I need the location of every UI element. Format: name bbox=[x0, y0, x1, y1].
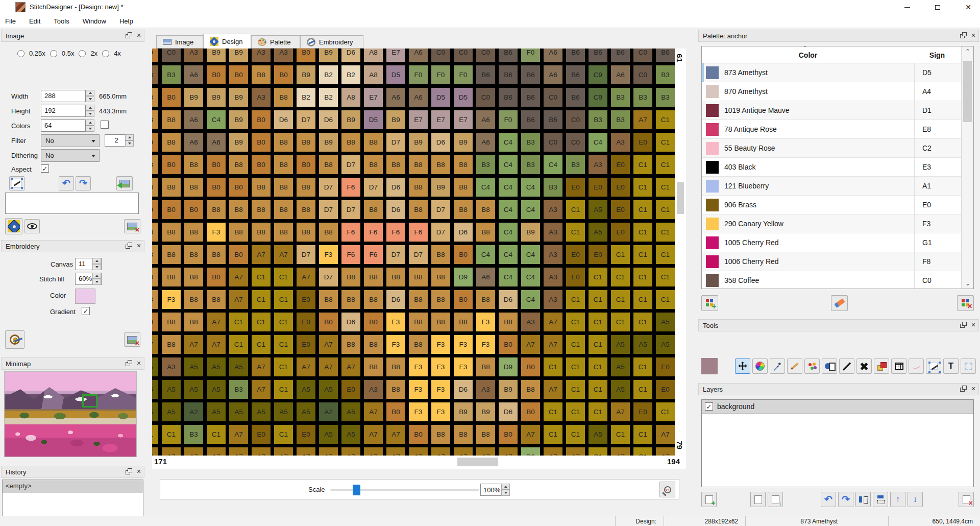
grid-cell[interactable]: D7 bbox=[341, 200, 360, 219]
grid-cell[interactable]: B8 bbox=[409, 268, 428, 286]
scale-spinner[interactable] bbox=[501, 484, 510, 496]
grid-cell[interactable]: C1 bbox=[274, 425, 293, 444]
grid-cell[interactable]: B8 bbox=[184, 223, 203, 242]
grid-cell[interactable]: A7 bbox=[297, 357, 315, 376]
grid-cell[interactable]: A5 bbox=[229, 402, 248, 421]
grid-cell[interactable]: A3 bbox=[274, 49, 293, 62]
scroll-down-icon[interactable]: ⌄ bbox=[962, 278, 974, 289]
grid-cell[interactable]: B6 bbox=[611, 49, 630, 62]
sign-column-header[interactable]: Sign bbox=[914, 51, 960, 59]
grid-cell[interactable]: B8 bbox=[454, 200, 473, 219]
grid-cell[interactable]: B8 bbox=[297, 200, 315, 219]
tab-design[interactable]: Design bbox=[203, 34, 251, 49]
zoom-reset-button[interactable] bbox=[659, 482, 675, 497]
grid-cell[interactable]: C1 bbox=[656, 110, 675, 129]
palette-row[interactable]: 358 CoffeeC0 bbox=[702, 271, 973, 289]
grid-cell[interactable]: A6 bbox=[476, 268, 495, 286]
grid-cell[interactable]: C1 bbox=[589, 290, 607, 309]
remove-image-button[interactable]: × bbox=[124, 219, 140, 233]
layer-row-background[interactable]: ✓ background bbox=[702, 400, 973, 414]
grid-cell[interactable]: A7 bbox=[364, 447, 383, 456]
grid-cell[interactable]: B6 bbox=[589, 49, 607, 62]
grid-cell[interactable]: C1 bbox=[633, 425, 652, 444]
grid-cell[interactable]: A3 bbox=[611, 133, 630, 152]
grid-cell[interactable]: B8 bbox=[184, 178, 203, 197]
grid-cell[interactable]: F3 bbox=[431, 357, 450, 376]
restore-button[interactable] bbox=[926, 0, 949, 14]
horizontal-scroll-thumb[interactable] bbox=[457, 458, 498, 466]
grid-cell[interactable]: F0 bbox=[521, 49, 540, 62]
grid-cell[interactable]: D7 bbox=[297, 245, 315, 264]
grid-cell[interactable]: B8 bbox=[297, 223, 315, 242]
aspect-checkbox[interactable]: ✓ bbox=[41, 164, 49, 173]
grid-cell[interactable]: C0 bbox=[454, 49, 473, 62]
layer-visible-checkbox[interactable]: ✓ bbox=[705, 402, 713, 411]
menu-window[interactable]: Window bbox=[83, 17, 106, 25]
grid-cell[interactable]: B8 bbox=[252, 200, 271, 219]
grid-cell[interactable]: A7 bbox=[364, 425, 383, 444]
grid-cell[interactable]: F0 bbox=[431, 65, 450, 84]
grid-cell[interactable]: B0 bbox=[252, 110, 271, 129]
grid-cell[interactable]: A7 bbox=[229, 290, 248, 309]
grid-cell[interactable]: C4 bbox=[207, 110, 226, 129]
grid-cell[interactable]: B0 bbox=[252, 133, 271, 152]
grid-cell[interactable]: C1 bbox=[566, 290, 585, 309]
grid-cell[interactable]: E0 bbox=[589, 178, 607, 197]
grid-cell[interactable]: C4 bbox=[499, 155, 518, 174]
grid-cell[interactable]: C4 bbox=[499, 178, 518, 197]
grid-cell[interactable]: A7 bbox=[274, 447, 293, 456]
grid-cell[interactable]: B8 bbox=[152, 290, 158, 309]
grid-cell[interactable]: E0 bbox=[341, 380, 360, 399]
grid-cell[interactable]: B8 bbox=[341, 335, 360, 354]
grid-cell[interactable]: B9 bbox=[386, 110, 405, 129]
grid-cell[interactable]: C1 bbox=[633, 290, 652, 309]
knife-tool-button[interactable] bbox=[926, 358, 941, 374]
grid-cell[interactable]: D5 bbox=[454, 88, 473, 107]
grid-cell[interactable]: A7 bbox=[319, 357, 338, 376]
grid-cell[interactable]: A6 bbox=[409, 88, 428, 107]
grid-cell[interactable]: A7 bbox=[386, 447, 405, 456]
grid-cell[interactable]: B2 bbox=[319, 88, 338, 107]
grid-cell[interactable]: A5 bbox=[207, 357, 226, 376]
color-column-header[interactable]: Color bbox=[702, 51, 914, 59]
grid-cell[interactable]: B8 bbox=[454, 313, 473, 331]
grid-cell[interactable]: A3 bbox=[521, 313, 540, 331]
grid-cell[interactable]: C1 bbox=[589, 380, 607, 399]
grid-cell[interactable]: B6 bbox=[566, 88, 585, 107]
grid-cell[interactable]: A5 bbox=[633, 335, 652, 354]
close-panel-icon[interactable]: × bbox=[137, 243, 141, 249]
grid-cell[interactable]: D7 bbox=[386, 245, 405, 264]
move-tool-button[interactable] bbox=[735, 358, 750, 374]
grid-cell[interactable]: B3 bbox=[589, 110, 607, 129]
grid-cell[interactable]: D9 bbox=[499, 357, 518, 376]
grid-cell[interactable]: C4 bbox=[589, 133, 607, 152]
grid-cell[interactable]: B8 bbox=[184, 245, 203, 264]
grid-cell[interactable]: F3 bbox=[454, 335, 473, 354]
grid-cell[interactable]: B8 bbox=[431, 268, 450, 286]
grid-cell[interactable]: A7 bbox=[229, 447, 248, 456]
grid-cell[interactable]: A6 bbox=[184, 110, 203, 129]
grid-cell[interactable]: B0 bbox=[207, 178, 226, 197]
grid-cell[interactable]: F3 bbox=[431, 335, 450, 354]
grid-cell[interactable]: B6 bbox=[521, 88, 540, 107]
grid-cell[interactable]: B8 bbox=[162, 178, 181, 197]
width-spinner[interactable] bbox=[86, 90, 94, 102]
grid-cell[interactable]: B0 bbox=[521, 357, 540, 376]
grid-cell[interactable]: B6 bbox=[521, 110, 540, 129]
width-input[interactable]: 288 bbox=[41, 90, 86, 102]
grid-cell[interactable]: B9 bbox=[229, 49, 248, 62]
vertical-scroll-thumb[interactable] bbox=[677, 182, 684, 214]
grid-cell[interactable]: B0 bbox=[364, 313, 383, 331]
grid-cell[interactable]: C1 bbox=[252, 335, 271, 354]
grid-cell[interactable]: B0 bbox=[162, 200, 181, 219]
redo-button[interactable]: ↷ bbox=[838, 492, 853, 507]
grid-cell[interactable]: B8 bbox=[274, 155, 293, 174]
grid-cell[interactable]: B0 bbox=[162, 155, 181, 174]
grid-cell[interactable]: C1 bbox=[633, 268, 652, 286]
grid-cell[interactable]: B8 bbox=[476, 357, 495, 376]
grid-cell[interactable]: C1 bbox=[611, 290, 630, 309]
grid-cell[interactable]: B8 bbox=[431, 290, 450, 309]
grid-cell[interactable]: D6 bbox=[499, 402, 518, 421]
grid-cell[interactable]: F0 bbox=[409, 65, 428, 84]
grid-cell[interactable]: C1 bbox=[656, 290, 675, 309]
